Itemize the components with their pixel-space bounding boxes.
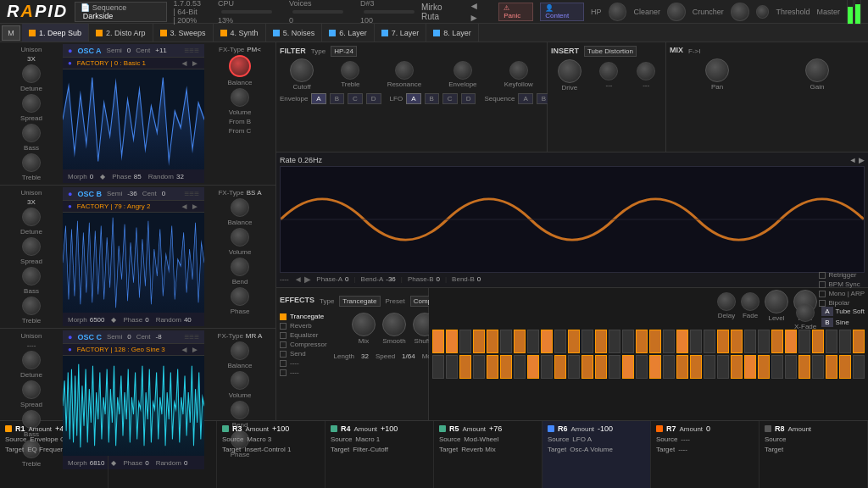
osc-b-detune-knob[interactable] bbox=[22, 208, 41, 226]
fade-knob[interactable] bbox=[741, 292, 760, 311]
effect-equalizer[interactable]: Equalizer bbox=[280, 331, 327, 339]
osc-b-bend-knob[interactable] bbox=[231, 258, 249, 276]
cutoff-knob[interactable] bbox=[290, 58, 314, 82]
seq-step[interactable] bbox=[839, 330, 851, 353]
osc-c-volume-knob[interactable] bbox=[231, 371, 249, 390]
osc-b-bass-knob[interactable] bbox=[22, 267, 41, 286]
content-button[interactable]: 👤 Content bbox=[540, 3, 584, 21]
seq-step[interactable] bbox=[500, 330, 512, 353]
osc-a-bass-knob[interactable] bbox=[22, 124, 41, 142]
seq-step[interactable] bbox=[446, 330, 458, 353]
insert-type-select[interactable]: Tube Distortion bbox=[584, 46, 637, 57]
seq-step[interactable] bbox=[487, 355, 498, 379]
seq-step[interactable] bbox=[676, 330, 688, 353]
threshold-knob[interactable] bbox=[756, 5, 770, 19]
seq-step[interactable] bbox=[500, 355, 512, 379]
osc-a-treble-knob[interactable] bbox=[22, 153, 41, 172]
env-tab-d[interactable]: D bbox=[366, 93, 381, 104]
effect-trancegate[interactable]: Trancegate bbox=[280, 313, 327, 320]
seq-step[interactable] bbox=[717, 355, 729, 379]
seq-step[interactable] bbox=[609, 355, 620, 379]
seq-step[interactable] bbox=[731, 355, 743, 379]
osc-c-spread-knob[interactable] bbox=[22, 380, 41, 399]
seq-step[interactable] bbox=[839, 355, 851, 379]
seq-step[interactable] bbox=[771, 330, 783, 353]
reverb-check[interactable] bbox=[280, 323, 287, 330]
seq-step[interactable] bbox=[690, 355, 702, 379]
m-button[interactable]: M bbox=[2, 25, 20, 41]
seq-step[interactable] bbox=[514, 355, 526, 379]
osc-b-treble-knob[interactable] bbox=[22, 297, 41, 315]
osc-b-spread-knob[interactable] bbox=[22, 237, 41, 256]
seq-step[interactable] bbox=[717, 330, 729, 353]
seq-step[interactable] bbox=[785, 355, 797, 379]
seq-step[interactable] bbox=[581, 330, 593, 353]
keyfollow-knob[interactable] bbox=[509, 61, 528, 80]
seq-step[interactable] bbox=[581, 355, 593, 379]
channel-tab-4[interactable]: 4. Synth bbox=[214, 24, 266, 42]
seq-step[interactable] bbox=[622, 330, 634, 353]
seq-step[interactable] bbox=[527, 330, 539, 353]
seq-step[interactable] bbox=[568, 355, 580, 379]
channel-tab-5[interactable]: 5. Noises bbox=[266, 24, 323, 42]
effects-smooth-knob[interactable] bbox=[382, 313, 406, 336]
seq-step[interactable] bbox=[459, 355, 471, 379]
seq-step[interactable] bbox=[690, 330, 702, 353]
trancegate-check[interactable] bbox=[280, 313, 287, 320]
drive-knob[interactable] bbox=[558, 59, 581, 83]
seq-step[interactable] bbox=[473, 330, 485, 353]
seq-step[interactable] bbox=[622, 355, 634, 379]
seq-step[interactable] bbox=[487, 330, 498, 353]
nav-arrows[interactable]: ◄ ► bbox=[469, 0, 492, 24]
seq-step[interactable] bbox=[541, 355, 553, 379]
seq-step[interactable] bbox=[514, 330, 526, 353]
seq-step[interactable] bbox=[731, 330, 743, 353]
filter-type-select[interactable]: HP-24 bbox=[331, 46, 357, 57]
seq-step[interactable] bbox=[758, 355, 770, 379]
effect-slot7[interactable]: ---- bbox=[280, 369, 327, 376]
seq-step[interactable] bbox=[554, 355, 566, 379]
seq-step[interactable] bbox=[432, 355, 444, 379]
seq-step[interactable] bbox=[663, 355, 675, 379]
seq-step[interactable] bbox=[636, 355, 648, 379]
env-tab-b[interactable]: B bbox=[330, 93, 344, 104]
osc-c-detune-knob[interactable] bbox=[22, 351, 41, 369]
channel-tab-8[interactable]: 8. Layer bbox=[426, 24, 479, 42]
effects-type-select[interactable]: Trancegate bbox=[339, 296, 380, 307]
cleaner-knob[interactable] bbox=[667, 3, 686, 21]
xfade-knob[interactable] bbox=[796, 303, 815, 322]
seq-step[interactable] bbox=[541, 330, 553, 353]
seq-step[interactable] bbox=[595, 355, 607, 379]
seq-step[interactable] bbox=[704, 355, 715, 379]
seq-step[interactable] bbox=[636, 330, 648, 353]
lfo-tab-a[interactable]: A bbox=[406, 93, 420, 104]
osc-b-volume-knob[interactable] bbox=[231, 228, 249, 247]
channel-tab-7[interactable]: 7. Layer bbox=[375, 24, 427, 42]
seq-step[interactable] bbox=[744, 330, 756, 353]
channel-tab-1[interactable]: 1. Deep Sub bbox=[22, 24, 89, 42]
send-check[interactable] bbox=[280, 351, 287, 358]
seq-step[interactable] bbox=[812, 330, 824, 353]
slot6-check[interactable] bbox=[280, 360, 287, 367]
seq-step[interactable] bbox=[812, 355, 824, 379]
seq-step[interactable] bbox=[432, 330, 444, 353]
osc-c-bend-knob[interactable] bbox=[231, 401, 249, 419]
envelope-knob[interactable] bbox=[453, 61, 472, 80]
channel-tab-2[interactable]: 2. Disto Arp bbox=[89, 24, 153, 42]
seq-step[interactable] bbox=[649, 330, 661, 353]
osc-a-spread-knob[interactable] bbox=[22, 94, 41, 113]
seq-step[interactable] bbox=[758, 330, 770, 353]
seq-step[interactable] bbox=[527, 355, 539, 379]
seq-step[interactable] bbox=[649, 355, 661, 379]
delay-knob[interactable] bbox=[717, 292, 736, 311]
sequence-label[interactable]: 📄 Sequence Darkside bbox=[75, 2, 166, 22]
seq-step[interactable] bbox=[853, 330, 865, 353]
seq-step[interactable] bbox=[785, 330, 797, 353]
bpm-sync-check[interactable] bbox=[819, 281, 826, 288]
seq-step[interactable] bbox=[568, 330, 580, 353]
seq-step[interactable] bbox=[826, 355, 837, 379]
treble-knob[interactable] bbox=[341, 61, 359, 80]
panic-button[interactable]: ⚠ Panic bbox=[498, 3, 533, 21]
slot7-check[interactable] bbox=[280, 369, 287, 376]
seq-step[interactable] bbox=[595, 330, 607, 353]
